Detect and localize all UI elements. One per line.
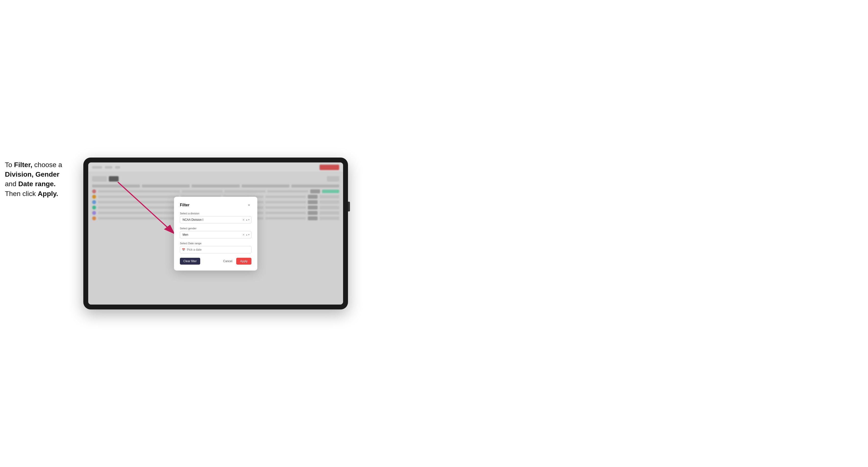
instruction-text: To Filter, choose a Division, Gender and… [5,158,73,198]
filter-modal: Filter × Select a division NCAA Division… [174,197,257,271]
date-form-group: Select Date range 📅 [180,242,251,253]
gender-label: Select gender [180,227,251,230]
modal-header: Filter × [180,203,251,208]
gender-clear-icon[interactable]: ✕ [242,233,245,236]
tablet-screen: Filter × Select a division NCAA Division… [88,162,343,305]
division-form-group: Select a division NCAA Division I ✕ ▲▼ [180,212,251,223]
clear-filter-button[interactable]: Clear filter [180,258,200,264]
tablet-side-button [348,201,350,212]
bold-division-gender: Division, Gender [5,170,60,178]
gender-select[interactable]: Men [180,231,251,239]
date-label: Select Date range [180,242,251,245]
page-wrapper: To Filter, choose a Division, Gender and… [5,158,348,309]
modal-footer-right: Cancel Apply [221,258,251,264]
bold-filter: Filter, [14,161,32,168]
bold-apply: Apply. [38,190,58,197]
modal-close-button[interactable]: × [247,203,251,208]
gender-form-group: Select gender Men ✕ ▲▼ [180,227,251,239]
division-label: Select a division [180,212,251,215]
division-clear-icon[interactable]: ✕ [242,218,245,221]
bold-date-range: Date range. [19,180,56,188]
division-select-wrapper: NCAA Division I ✕ ▲▼ [180,216,251,223]
date-input[interactable] [180,246,251,253]
gender-select-wrapper: Men ✕ ▲▼ [180,231,251,239]
modal-overlay: Filter × Select a division NCAA Division… [88,162,343,305]
modal-title: Filter [180,203,189,207]
apply-button[interactable]: Apply [236,258,251,264]
date-input-wrapper: 📅 [180,246,251,253]
cancel-button[interactable]: Cancel [221,258,234,264]
division-select[interactable]: NCAA Division I [180,216,251,223]
modal-footer: Clear filter Cancel Apply [180,258,251,264]
tablet-frame: Filter × Select a division NCAA Division… [83,158,348,309]
